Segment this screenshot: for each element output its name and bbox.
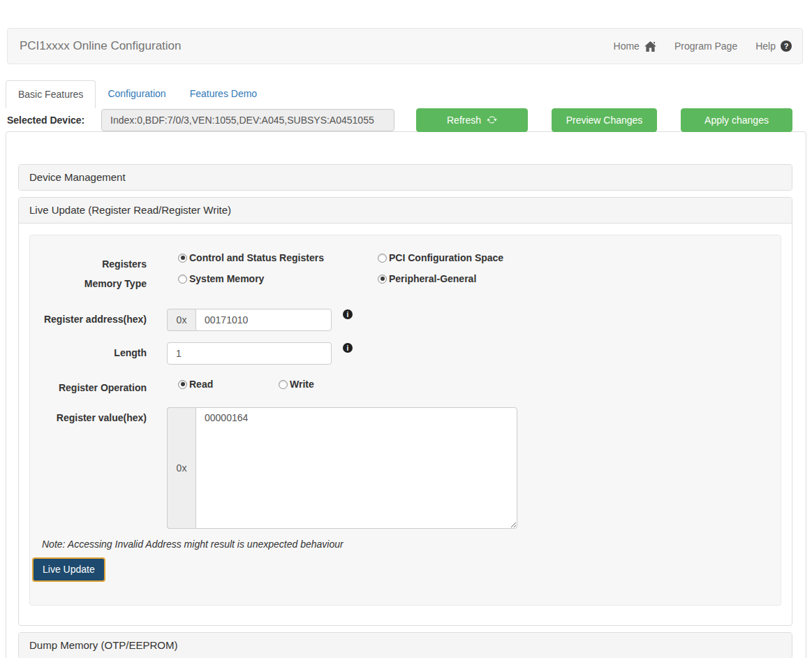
radio-label: System Memory	[189, 273, 264, 284]
radio-write-input[interactable]	[279, 380, 288, 389]
radio-label: PCI Configuration Space	[389, 252, 503, 263]
apply-changes-button[interactable]: Apply changes	[681, 108, 792, 132]
register-address-group: 0x	[167, 309, 332, 331]
panel-live-update: Live Update (Register Read/Register Writ…	[18, 197, 792, 626]
selected-device-input[interactable]	[101, 109, 394, 131]
radio-label: Write	[290, 379, 314, 390]
page-header: PCI1xxxx Online Configuration Home Progr…	[7, 28, 803, 64]
length-row: Length i	[42, 342, 767, 365]
register-operation-label: Register Operation	[42, 377, 147, 393]
nav-home[interactable]: Home	[614, 41, 656, 52]
nav-program-page-label: Program Page	[674, 41, 737, 52]
info-circle-icon[interactable]: i	[343, 343, 353, 353]
page-title: PCI1xxxx Online Configuration	[20, 39, 182, 53]
live-update-body: Registers Memory Type Control and Status…	[19, 223, 792, 625]
register-operation-options: Read Write	[167, 379, 314, 390]
preview-changes-label: Preview Changes	[566, 115, 643, 126]
live-update-heading[interactable]: Live Update (Register Read/Register Writ…	[19, 198, 792, 223]
refresh-icon	[487, 115, 497, 125]
tab-bar: Basic Features Configuration Features De…	[6, 80, 812, 108]
radio-peripheral-general-input[interactable]	[378, 275, 387, 284]
register-value-row: Register value(hex) 0x 00000164	[42, 407, 767, 529]
registers-memory-type-label: Registers Memory Type	[42, 252, 147, 293]
radio-read-input[interactable]	[178, 380, 187, 389]
invalid-address-note: Note: Accessing Invalid Address might re…	[42, 539, 767, 550]
radio-label: Read	[189, 379, 213, 390]
radio-label: Peripheral-General	[389, 273, 476, 284]
nav-program-page[interactable]: Program Page	[674, 41, 737, 52]
preview-changes-button[interactable]: Preview Changes	[552, 108, 657, 132]
register-operation-row: Register Operation Read Write	[42, 377, 767, 393]
nav-help[interactable]: Help ?	[755, 41, 792, 52]
register-value-textarea[interactable]: 00000164	[195, 407, 517, 529]
tab-features-demo[interactable]: Features Demo	[178, 80, 269, 108]
registers-memory-type-row: Registers Memory Type Control and Status…	[42, 252, 767, 293]
radio-system-memory-input[interactable]	[178, 275, 187, 284]
register-value-label: Register value(hex)	[42, 407, 147, 423]
dump-memory-heading[interactable]: Dump Memory (OTP/EEPROM)	[19, 633, 792, 658]
apply-changes-label: Apply changes	[704, 115, 769, 126]
register-address-label: Register address(hex)	[42, 309, 147, 325]
length-label: Length	[42, 342, 147, 358]
radio-control-status-registers-input[interactable]	[178, 254, 187, 263]
radio-control-status-registers[interactable]: Control and Status Registers	[178, 252, 378, 263]
tab-configuration[interactable]: Configuration	[96, 80, 177, 108]
hex-prefix-addon: 0x	[167, 407, 195, 529]
device-bar: Selected Device: Refresh Preview Changes…	[7, 108, 812, 131]
register-value-group: 0x 00000164	[167, 407, 517, 529]
register-address-input[interactable]	[195, 309, 332, 331]
length-group	[167, 342, 332, 365]
info-circle-icon[interactable]: i	[343, 309, 353, 319]
device-management-heading[interactable]: Device Management	[19, 165, 792, 190]
refresh-button-label: Refresh	[447, 115, 481, 126]
panel-device-management: Device Management	[18, 164, 792, 191]
radio-label: Control and Status Registers	[189, 252, 324, 263]
radio-system-memory[interactable]: System Memory	[178, 273, 378, 284]
question-circle-icon: ?	[781, 41, 792, 52]
live-update-form: Registers Memory Type Control and Status…	[29, 235, 781, 606]
length-input[interactable]	[167, 342, 332, 365]
radio-pci-configuration-space[interactable]: PCI Configuration Space	[378, 252, 503, 263]
radio-pci-configuration-space-input[interactable]	[378, 254, 387, 263]
hex-prefix-addon: 0x	[167, 309, 195, 331]
radio-write[interactable]: Write	[279, 379, 314, 390]
radio-read[interactable]: Read	[178, 379, 279, 390]
selected-device-label: Selected Device:	[7, 115, 101, 126]
refresh-button[interactable]: Refresh	[416, 108, 528, 132]
tab-basic-features[interactable]: Basic Features	[6, 80, 96, 108]
main-content: Device Management Live Update (Register …	[6, 131, 806, 658]
register-address-row: Register address(hex) 0x i	[42, 309, 767, 331]
header-nav: Home Program Page Help ?	[614, 41, 792, 52]
radio-peripheral-general[interactable]: Peripheral-General	[378, 273, 503, 284]
home-icon	[644, 41, 656, 52]
live-update-button[interactable]: Live Update	[32, 557, 105, 582]
nav-home-label: Home	[614, 41, 640, 52]
memory-type-options: Control and Status Registers PCI Configu…	[167, 252, 503, 284]
nav-help-label: Help	[755, 41, 776, 52]
panel-dump-memory: Dump Memory (OTP/EEPROM)	[18, 632, 792, 658]
